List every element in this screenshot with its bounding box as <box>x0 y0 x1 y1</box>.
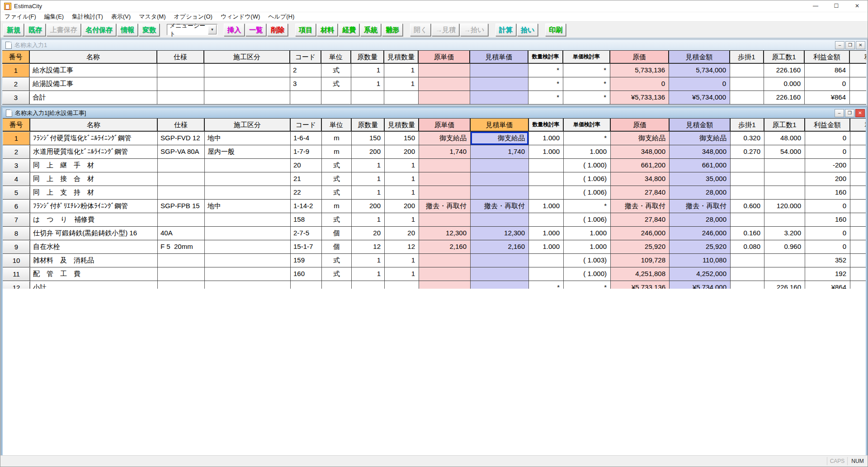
cell-spec[interactable] <box>158 159 205 172</box>
cell-num[interactable]: 11 <box>3 267 30 281</box>
cell-bugake[interactable]: 0.080 <box>731 240 764 253</box>
cell-division[interactable] <box>205 240 291 253</box>
cell-spec[interactable]: SGP-FVD 12 <box>158 132 205 145</box>
cell-spec[interactable] <box>158 186 205 199</box>
cell-qty_cost[interactable]: 1 <box>351 77 384 91</box>
cell-rate_qty[interactable] <box>529 267 564 281</box>
cell-num[interactable]: 6 <box>3 200 30 213</box>
info-button[interactable]: 情報 <box>117 24 138 36</box>
cell-extra[interactable] <box>850 159 866 172</box>
cell-kosu[interactable]: 0.960 <box>764 240 805 253</box>
cell-profit[interactable]: -200 <box>805 159 850 172</box>
cell-unit[interactable]: 式 <box>322 159 352 172</box>
cell-division[interactable] <box>205 213 291 226</box>
cell-qty_est[interactable]: 150 <box>385 132 419 145</box>
cell-qty_cost[interactable]: 12 <box>352 240 385 253</box>
cell-qty_est[interactable]: 200 <box>385 145 419 158</box>
cell-est[interactable]: 撤去・再取付 <box>670 200 731 213</box>
cell-est[interactable]: 4,252,000 <box>670 267 731 281</box>
cell-bugake[interactable] <box>731 159 764 172</box>
cell-extra[interactable] <box>850 200 866 213</box>
cell-code[interactable]: 2-7-5 <box>291 227 322 240</box>
cell-rate_unit[interactable]: * <box>563 77 610 91</box>
cell-name[interactable]: ﾌﾗﾝｼﾞ付ﾎﾟﾘｴﾁﾚﾝ粉体ﾗｲﾆﾝｸﾞ鋼管 <box>30 200 158 213</box>
cell-code[interactable]: 22 <box>291 186 322 199</box>
cell-unit[interactable]: 式 <box>322 172 352 186</box>
cell-profit[interactable]: 0 <box>805 227 850 240</box>
cell-profit[interactable]: 200 <box>805 172 850 186</box>
cell-code[interactable]: 20 <box>291 159 322 172</box>
cell-cost[interactable]: 御支給品 <box>611 132 670 145</box>
cell-unit_est[interactable]: 12,300 <box>471 227 529 240</box>
cell-spec[interactable]: F 5 20mm <box>158 240 205 253</box>
cell-qty_cost[interactable]: 1 <box>352 172 385 186</box>
cell-cost[interactable]: 5,733,136 <box>610 64 669 77</box>
cell-kosu[interactable]: 48.000 <box>764 132 805 145</box>
cell-division[interactable] <box>205 159 291 172</box>
material-button[interactable]: 材料 <box>317 24 338 36</box>
cell-unit_cost[interactable] <box>419 267 471 281</box>
cell-profit[interactable]: 0 <box>805 200 850 213</box>
cell-name[interactable]: 同 上 接 合 材 <box>30 172 158 186</box>
cell-unit_est[interactable]: 御支給品 <box>471 132 529 145</box>
cell-unit[interactable]: m <box>322 200 352 213</box>
cell-cost[interactable]: 25,920 <box>611 240 670 253</box>
cell-est[interactable]: 0 <box>669 77 730 91</box>
cell-bugake[interactable] <box>731 267 764 281</box>
cell-name[interactable]: 配 管 工 費 <box>30 267 158 281</box>
cell-extra[interactable] <box>850 172 866 186</box>
cell-unit[interactable]: 式 <box>322 213 352 226</box>
cell-qty_est[interactable]: 1 <box>385 267 419 281</box>
cell-est[interactable]: 御支給品 <box>670 132 731 145</box>
cell-unit_cost[interactable] <box>419 91 470 104</box>
cell-qty_est[interactable]: 1 <box>385 172 419 186</box>
cell-name[interactable]: 給湯設備工事 <box>30 77 157 91</box>
calculate-button[interactable]: 計算 <box>495 24 516 36</box>
cell-num[interactable]: 3 <box>2 91 30 104</box>
cell-profit[interactable]: 0 <box>805 240 850 253</box>
cell-profit[interactable]: ¥864 <box>805 91 850 104</box>
cell-code[interactable] <box>290 91 321 104</box>
cell-division[interactable]: 屋内一般 <box>205 145 291 158</box>
cell-cost[interactable]: 246,000 <box>611 227 670 240</box>
cell-unit[interactable]: m <box>322 132 352 145</box>
cell-code[interactable]: 1-14-2 <box>291 200 322 213</box>
cell-kosu[interactable]: 226.160 <box>764 64 805 77</box>
cell-bugake[interactable] <box>731 254 764 267</box>
save-as-button[interactable]: 名付保存 <box>82 24 116 36</box>
cell-unit_est[interactable] <box>471 213 529 226</box>
cell-num[interactable]: 2 <box>3 145 30 158</box>
cell-qty_cost[interactable]: 1 <box>352 159 385 172</box>
cell-rate_qty[interactable]: * <box>528 64 563 77</box>
print-button[interactable]: 印刷 <box>545 24 566 36</box>
cell-division[interactable]: 地中 <box>205 200 291 213</box>
cell-unit_est[interactable] <box>470 77 528 91</box>
cell-qty_est[interactable]: 1 <box>385 186 419 199</box>
cell-kosu[interactable] <box>764 159 805 172</box>
template-button[interactable]: 雛形 <box>382 24 403 36</box>
cell-unit_cost[interactable]: 御支給品 <box>419 132 471 145</box>
cell-qty_est[interactable]: 1 <box>384 77 419 91</box>
cell-cost[interactable]: 34,800 <box>611 172 670 186</box>
cell-bugake[interactable] <box>731 213 764 226</box>
cell-division[interactable] <box>204 64 290 77</box>
cell-rate_unit[interactable]: ( 1.000) <box>564 159 611 172</box>
cell-rate_qty[interactable] <box>529 213 564 226</box>
cell-unit_est[interactable] <box>470 64 528 77</box>
cell-spec[interactable] <box>158 213 205 226</box>
cell-unit_est[interactable] <box>471 159 529 172</box>
cell-unit_est[interactable]: 2,160 <box>471 240 529 253</box>
cell-code[interactable]: 160 <box>291 267 322 281</box>
cell-num[interactable]: 4 <box>3 172 30 186</box>
list-button[interactable]: 一覧 <box>245 24 266 36</box>
cell-unit[interactable]: m <box>322 145 352 158</box>
cell-rate_qty[interactable]: 1.000 <box>529 145 564 158</box>
cell-unit_cost[interactable] <box>419 254 471 267</box>
system-button[interactable]: 系統 <box>360 24 381 36</box>
cell-division[interactable]: 地中 <box>205 132 291 145</box>
cell-unit_est[interactable]: 撤去・再取付 <box>471 200 529 213</box>
cell-est[interactable]: 25,920 <box>670 240 731 253</box>
cell-unit_est[interactable]: 1,740 <box>471 145 529 158</box>
cell-spec[interactable]: SGP-VA 80A <box>158 145 205 158</box>
cell-code[interactable]: 15-1-7 <box>291 240 322 253</box>
